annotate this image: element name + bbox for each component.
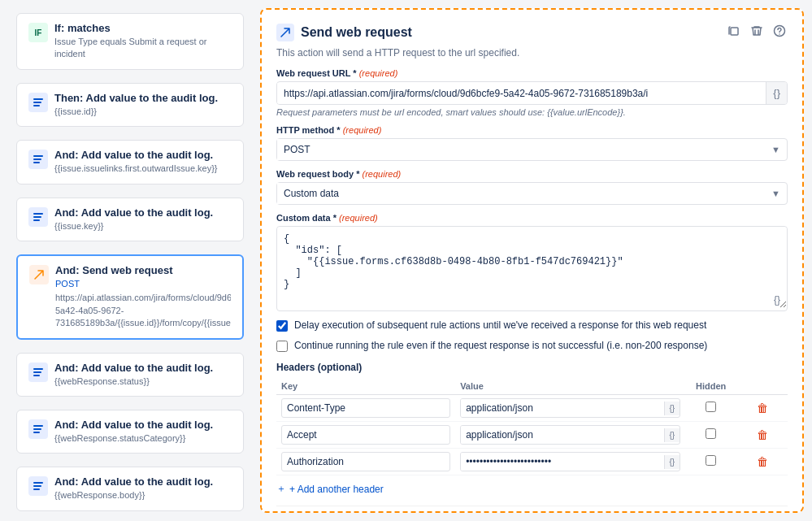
panel-title-text: Send web request [301,25,412,40]
body-select[interactable]: Custom data Empty Issue data (Jira forma… [277,183,765,204]
body-label: Web request body * (required) [276,169,788,179]
and-node-5-title: And: Add value to the audit log. [54,475,232,488]
delay-execution-label: Delay execution of subsequent rule actio… [294,319,706,331]
and-icon-1 [28,150,48,169]
and-node-2[interactable]: And: Add value to the audit log. {{issue… [16,198,244,241]
if-node[interactable]: IF If: matches Issue Type equals Submit … [16,13,244,70]
help-button[interactable] [771,23,788,42]
header-delete-btn-1[interactable]: 🗑 [755,400,770,416]
svg-rect-0 [33,98,43,100]
custom-data-label: Custom data * (required) [276,213,788,223]
header-delete-btn-2[interactable]: 🗑 [755,427,770,443]
header-value-input-1[interactable] [461,399,663,417]
delay-execution-checkbox[interactable] [276,320,288,332]
header-row: {} 🗑 [276,395,788,422]
then-icon [28,93,48,112]
body-select-wrap: Custom data Empty Issue data (Jira forma… [276,182,788,205]
continue-running-checkbox[interactable] [276,341,288,352]
and-node-2-sub: {{issue.key}} [54,220,232,232]
and-icon-5 [28,476,48,496]
and-node-3[interactable]: And: Add value to the audit log. {{webRe… [16,353,244,397]
copy-button[interactable] [726,23,742,42]
headers-col-value: Value [455,378,685,395]
header-value-wrap-1: {} [460,398,680,418]
header-smart-value-btn-1[interactable]: {} [664,402,680,415]
header-smart-value-btn-3[interactable]: {} [664,455,680,469]
if-node-title: If: matches [54,22,232,34]
add-header-button[interactable]: ＋ + Add another header [276,475,384,502]
header-delete-btn-3[interactable]: 🗑 [755,454,770,470]
url-input[interactable] [277,83,766,104]
custom-data-input[interactable]: { "ids": [ "{{issue.forms.cf638d8b-0498-… [277,227,787,308]
and-node-1-sub: {{issue.issuelinks.first.outwardIssue.ke… [54,163,232,175]
send-node-title: And: Send web request [55,264,231,276]
svg-rect-18 [731,28,738,35]
header-value-input-2[interactable] [461,426,663,444]
method-label: HTTP method * (required) [276,125,788,135]
header-hidden-checkbox-3[interactable] [706,455,716,466]
headers-section-title: Headers (optional) [276,362,788,373]
svg-rect-1 [33,102,41,103]
svg-rect-8 [33,219,40,221]
svg-rect-9 [33,368,43,370]
send-node-sub1: POST [55,278,231,290]
method-chevron-icon: ▼ [765,140,787,159]
header-key-input-2[interactable] [281,425,450,445]
and-node-2-title: And: Add value to the audit log. [54,206,232,219]
svg-rect-7 [33,216,41,218]
panel-description: This action will send a HTTP request to … [276,47,788,59]
send-web-request-icon [276,24,294,41]
left-panel: IF If: matches Issue Type equals Submit … [0,0,260,521]
then-node[interactable]: Then: Add value to the audit log. {{issu… [16,83,244,127]
header-key-input-3[interactable] [281,452,450,471]
send-node[interactable]: And: Send web request POST https://api.a… [16,254,244,340]
send-icon [29,265,49,284]
url-field-wrap: {} [276,81,788,105]
svg-point-20 [779,33,780,35]
and-node-4[interactable]: And: Add value to the audit log. {{webRe… [16,410,244,454]
delete-button[interactable] [749,23,765,42]
panel-actions [726,23,788,42]
and-node-1[interactable]: And: Add value to the audit log. {{issue… [16,140,244,184]
header-hidden-checkbox-2[interactable] [706,428,716,439]
header-smart-value-btn-2[interactable]: {} [664,428,680,442]
headers-col-key: Key [276,378,455,395]
method-select-wrap: POST GET PUT DELETE PATCH ▼ [276,138,788,161]
validate-row[interactable]: ▶ Validate your web request configuratio… [276,506,788,513]
method-select[interactable]: POST GET PUT DELETE PATCH [277,139,765,160]
right-panel: Send web request This action will send a… [260,8,804,513]
url-smart-value-btn[interactable]: {} [766,82,787,104]
and-node-4-sub: {{webResponse.statusCategory}} [54,432,232,445]
then-node-title: Then: Add value to the audit log. [54,92,232,104]
and-icon-2 [28,207,48,227]
svg-rect-2 [33,105,40,106]
delay-execution-row: Delay execution of subsequent rule actio… [276,319,788,332]
then-node-sub: {{issue.id}} [54,106,232,118]
header-key-input-1[interactable] [281,398,450,418]
panel-title: Send web request [276,24,412,41]
svg-rect-6 [33,213,43,215]
if-node-sub: Issue Type equals Submit a request or in… [54,36,232,61]
svg-rect-4 [33,158,41,160]
body-chevron-icon: ▼ [765,184,787,203]
custom-data-smart-value-btn[interactable]: {} [774,294,780,306]
svg-rect-15 [33,482,43,484]
and-node-5[interactable]: And: Add value to the audit log. {{webRe… [16,467,244,510]
svg-rect-17 [33,488,40,490]
and-node-4-title: And: Add value to the audit log. [54,419,232,431]
header-value-input-3[interactable] [461,453,663,471]
svg-rect-11 [33,375,40,376]
svg-rect-13 [33,428,41,430]
send-node-sub2: https://api.atlassian.com/jira/forms/clo… [55,292,231,329]
header-row: {} 🗑 [276,422,788,449]
and-node-3-title: And: Add value to the audit log. [54,362,232,374]
continue-running-row: Continue running the rule even if the re… [276,340,788,352]
and-icon-4 [28,419,48,439]
header-value-wrap-2: {} [460,425,680,445]
headers-col-hidden: Hidden [685,378,736,395]
add-header-label: + Add another header [289,484,384,495]
header-hidden-checkbox-1[interactable] [706,402,716,412]
and-node-1-title: And: Add value to the audit log. [54,149,232,161]
svg-rect-10 [33,371,41,373]
header-row: {} 🗑 [276,449,788,475]
